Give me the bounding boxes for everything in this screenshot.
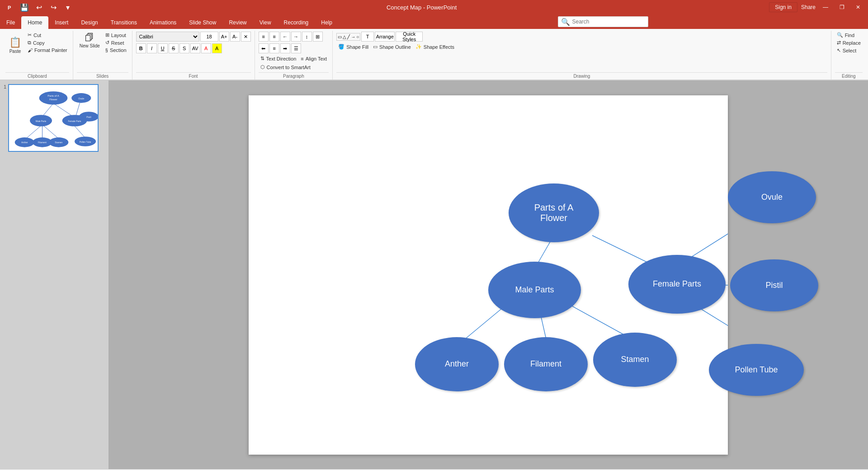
shape-line[interactable]: ╱ (347, 34, 350, 39)
clear-format-button[interactable]: ✕ (241, 32, 251, 42)
shape-fill-button[interactable]: 🪣 Shape Fill (336, 43, 370, 50)
undo-button[interactable]: ↩ (33, 1, 45, 14)
minimize-button[interactable]: — (819, 1, 832, 14)
tab-animations[interactable]: Animations (143, 16, 183, 29)
align-left-button[interactable]: ⬅ (259, 43, 269, 53)
tab-insert[interactable]: Insert (48, 16, 75, 29)
slide-thumbnail-1[interactable]: Parts of A Flower Male Parts Female Part… (8, 84, 99, 152)
text-box-button[interactable]: T (361, 32, 374, 42)
svg-text:Filament: Filament (38, 141, 47, 144)
slide-canvas[interactable]: Parts of AFlower Male Parts Female Parts… (249, 95, 728, 455)
shape-rect[interactable]: ▭ (338, 34, 342, 39)
node-anther[interactable]: Anther (415, 337, 499, 391)
node-root[interactable]: Parts of AFlower (509, 183, 599, 242)
paste-button[interactable]: 📋 Paste (5, 32, 25, 59)
tab-recording[interactable]: Recording (278, 16, 315, 29)
align-right-button[interactable]: ➡ (280, 43, 290, 53)
redo-button[interactable]: ↪ (47, 1, 60, 14)
node-stamen[interactable]: Stamen (593, 333, 677, 387)
shape-outline-button[interactable]: ▭ Shape Outline (371, 43, 413, 50)
node-pollen-tube[interactable]: Pollen Tube (709, 344, 804, 396)
font-size-input[interactable] (200, 32, 218, 42)
replace-button[interactable]: ⇄ Replace (835, 39, 863, 46)
share-button[interactable]: Share (801, 4, 816, 10)
columns-button[interactable]: ⊞ (313, 32, 323, 42)
section-button[interactable]: § Section (104, 47, 128, 53)
tab-home[interactable]: Home (21, 16, 48, 29)
shape-tri[interactable]: △ (343, 34, 346, 39)
drawing-group: ▭ △ ╱ → ○ T Arrange Quick Styles 🪣 Shape… (333, 31, 831, 80)
font-color-button[interactable]: A (201, 43, 211, 53)
tab-file[interactable]: File (0, 16, 21, 29)
shadow-button[interactable]: S (179, 43, 189, 53)
cut-button[interactable]: ✂ Cut (26, 32, 69, 38)
slides-group: 🗍 New Slide ⊞ Layout ↺ Reset § Section (73, 31, 132, 80)
align-text-button[interactable]: ≡ Align Text (299, 56, 329, 62)
tab-slideshow[interactable]: Slide Show (183, 16, 222, 29)
convert-smartart-button[interactable]: ⬡ Convert to SmartArt (259, 64, 312, 70)
drawing-row1: ▭ △ ╱ → ○ T Arrange Quick Styles (336, 32, 423, 42)
numbering-button[interactable]: ≡ (269, 32, 279, 42)
clipboard-content: 📋 Paste ✂ Cut ⧉ Copy 🖌 Format Painter (5, 31, 69, 72)
shape-effects-button[interactable]: ✨ Shape Effects (414, 43, 456, 50)
node-ovule[interactable]: Ovule (728, 171, 816, 223)
decrease-indent-button[interactable]: ← (280, 32, 290, 42)
layout-icon: ⊞ (105, 32, 109, 38)
char-spacing-button[interactable]: AV (190, 43, 200, 53)
main-area: 1 Parts of A Flower (0, 80, 868, 469)
new-slide-button[interactable]: 🗍 New Slide (77, 32, 103, 49)
save-button[interactable]: 💾 (18, 1, 31, 14)
increase-font-button[interactable]: A+ (219, 32, 229, 42)
title-bar: P 💾 ↩ ↪ ▾ Concept Map - PowerPoint Sign … (0, 0, 868, 14)
editing-content: 🔍 Find ⇄ Replace ↖ Select (835, 31, 863, 72)
shape-circle[interactable]: ○ (356, 34, 359, 39)
svg-line-6 (42, 125, 58, 138)
arrange-button[interactable]: Arrange (375, 32, 395, 42)
highlight-button[interactable]: A (212, 43, 222, 53)
justify-button[interactable]: ☰ (291, 43, 301, 53)
shape-arrow[interactable]: → (351, 34, 355, 39)
quick-styles-button[interactable]: Quick Styles (396, 32, 423, 42)
italic-button[interactable]: I (147, 43, 157, 53)
find-icon: 🔍 (837, 32, 843, 38)
tab-review[interactable]: Review (222, 16, 253, 29)
sign-in-button[interactable]: Sign in (769, 2, 797, 12)
find-button[interactable]: 🔍 Find (835, 32, 856, 38)
drawing-row2: 🪣 Shape Fill ▭ Shape Outline ✨ Shape Eff… (336, 43, 456, 50)
powerpoint-logo[interactable]: P (4, 1, 16, 14)
customize-qat-button[interactable]: ▾ (61, 1, 74, 14)
decrease-font-button[interactable]: A- (230, 32, 240, 42)
line-spacing-button[interactable]: ↕ (302, 32, 312, 42)
select-button[interactable]: ↖ Select (835, 47, 859, 54)
title-bar-left: P 💾 ↩ ↪ ▾ (4, 1, 74, 14)
tab-transitions[interactable]: Transitions (104, 16, 143, 29)
bold-button[interactable]: B (136, 43, 146, 53)
font-family-select[interactable]: Calibri (136, 32, 199, 42)
text-direction-button[interactable]: ⇅ Text Direction (259, 55, 298, 62)
restore-button[interactable]: ❐ (835, 1, 848, 14)
tab-view[interactable]: View (253, 16, 278, 29)
node-female-parts[interactable]: Female Parts (628, 255, 726, 314)
thumbnail-svg: Parts of A Flower Male Parts Female Part… (9, 84, 98, 152)
node-filament[interactable]: Filament (504, 337, 588, 391)
search-box[interactable]: 🔍 (558, 16, 648, 27)
node-male-parts[interactable]: Male Parts (488, 262, 581, 318)
canvas-area[interactable]: Parts of AFlower Male Parts Female Parts… (108, 80, 868, 469)
increase-indent-button[interactable]: → (291, 32, 301, 42)
bullets-button[interactable]: ≡ (259, 32, 269, 42)
layout-button[interactable]: ⊞ Layout (104, 32, 128, 38)
node-pistil[interactable]: Pistil (730, 259, 818, 311)
align-center-button[interactable]: ≡ (269, 43, 279, 53)
editing-label: Editing (835, 72, 863, 80)
strikethrough-button[interactable]: S (169, 43, 179, 53)
copy-button[interactable]: ⧉ Copy (26, 39, 69, 46)
format-painter-button[interactable]: 🖌 Format Painter (26, 47, 69, 53)
tab-help[interactable]: Help (315, 16, 339, 29)
reset-button[interactable]: ↺ Reset (104, 39, 128, 46)
tab-design[interactable]: Design (75, 16, 104, 29)
ribbon-tab-bar: File Home Insert Design Transitions Anim… (0, 14, 868, 29)
close-button[interactable]: ✕ (852, 1, 864, 14)
search-input[interactable] (572, 19, 644, 25)
underline-button[interactable]: U (158, 43, 168, 53)
slides-sub-buttons: ⊞ Layout ↺ Reset § Section (104, 32, 128, 53)
